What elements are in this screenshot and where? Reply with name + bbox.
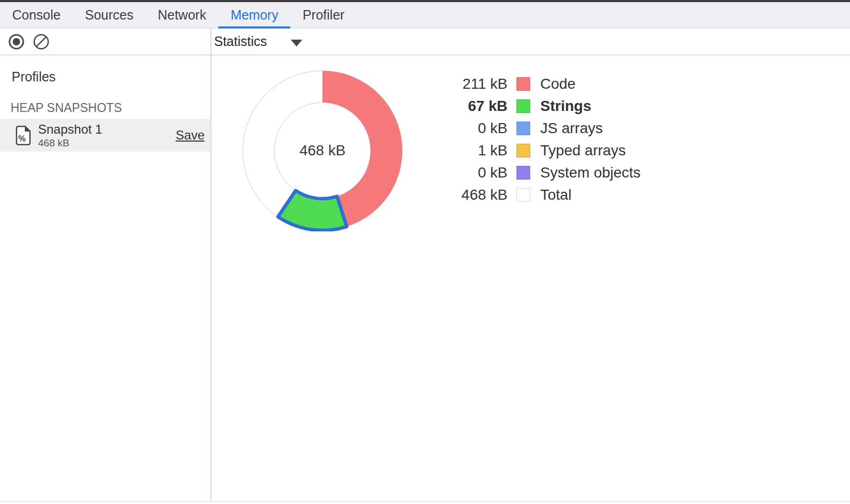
memory-donut-chart: 468 kB <box>242 70 403 231</box>
legend-label: Code <box>540 76 576 92</box>
legend-swatch <box>516 99 530 113</box>
snapshot-size: 468 kB <box>38 138 102 148</box>
clear-profiles-button[interactable] <box>33 33 50 50</box>
profiles-heading: Profiles <box>12 69 56 85</box>
legend-swatch <box>516 166 530 180</box>
memory-toolbar <box>0 29 850 55</box>
heap-snapshots-section-heading: HEAP SNAPSHOTS <box>11 101 122 115</box>
legend-row: 468 kB Total <box>449 184 641 206</box>
tab-network[interactable]: Network <box>145 2 218 27</box>
legend-row: 0 kB System objects <box>449 162 641 184</box>
legend-value: 211 kB <box>449 76 507 92</box>
clear-slash-icon <box>33 43 50 52</box>
devtools-tabbar: Console Sources Network Memory Profiler <box>0 2 850 29</box>
legend-swatch <box>516 144 530 157</box>
legend-row: 1 kB Typed arrays <box>449 139 641 162</box>
legend-swatch <box>516 188 530 202</box>
tab-sources[interactable]: Sources <box>73 2 146 27</box>
legend-swatch <box>516 122 530 135</box>
legend-value: 468 kB <box>449 186 507 203</box>
legend-value: 0 kB <box>449 164 507 181</box>
donut-slice-strings[interactable] <box>278 191 347 230</box>
snapshot-text-block: Snapshot 1 468 kB <box>38 123 102 148</box>
svg-text:%: % <box>19 134 26 143</box>
record-heap-snapshot-button[interactable] <box>8 33 25 50</box>
snapshot-name: Snapshot 1 <box>38 123 102 136</box>
snapshot-list-item[interactable]: % Snapshot 1 468 kB Save <box>0 119 210 152</box>
legend-label: System objects <box>540 164 641 181</box>
perspective-dropdown-value: Statistics <box>214 34 267 49</box>
legend-label: Total <box>540 186 571 203</box>
legend-value: 0 kB <box>449 120 507 137</box>
legend-label: Strings <box>540 98 591 115</box>
tab-profiler[interactable]: Profiler <box>290 2 356 27</box>
perspective-dropdown[interactable]: Statistics <box>214 29 302 54</box>
save-snapshot-link[interactable]: Save <box>175 128 205 143</box>
legend-value: 67 kB <box>449 98 507 115</box>
tab-console[interactable]: Console <box>0 2 73 27</box>
tab-memory[interactable]: Memory <box>218 2 290 27</box>
donut-center-total-label: 468 kB <box>242 142 403 159</box>
chart-legend: 211 kB Code 67 kB Strings 0 kB JS arrays… <box>449 73 641 206</box>
legend-value: 1 kB <box>449 142 507 159</box>
legend-swatch <box>516 77 530 91</box>
bottom-border-line <box>0 501 850 502</box>
legend-label: Typed arrays <box>540 142 626 159</box>
legend-row: 67 kB Strings <box>449 95 641 117</box>
record-circle-icon <box>8 43 25 52</box>
legend-row: 0 kB JS arrays <box>449 117 641 139</box>
heap-snapshot-document-icon: % <box>16 126 31 145</box>
dropdown-caret-icon <box>291 40 302 46</box>
legend-label: JS arrays <box>540 120 603 137</box>
legend-row: 211 kB Code <box>449 73 641 95</box>
